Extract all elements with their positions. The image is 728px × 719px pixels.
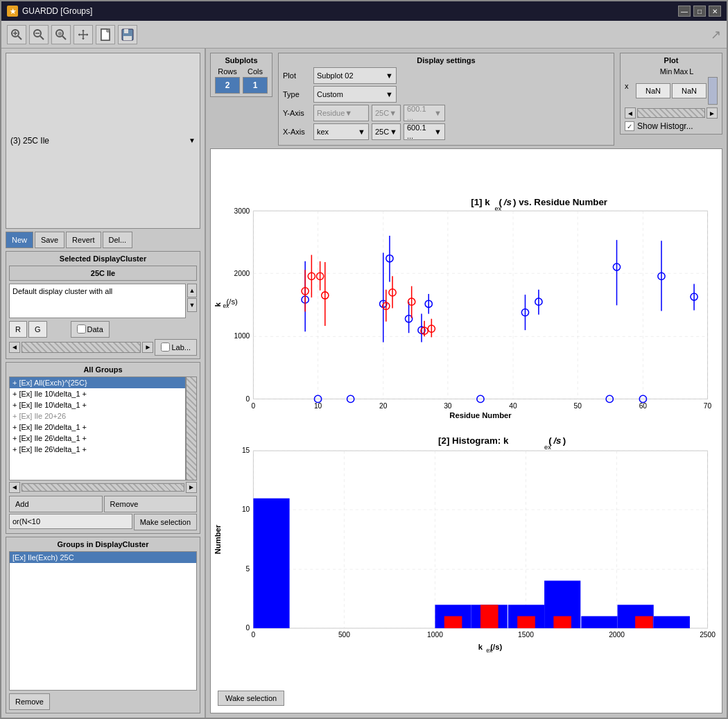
add-button[interactable]: Add [9,496,103,512]
svg-text:(: ( [499,197,503,207]
svg-text:0: 0 [246,624,250,632]
main-window: ★ GUARDD [Groups] — □ ✕ ⊕ ↗ [0,0,728,719]
lab-button[interactable]: Lab... [155,339,197,356]
plot-scroll-right-icon[interactable]: ► [707,107,718,119]
svg-text:10: 10 [314,402,322,410]
data-button[interactable]: Data [71,321,110,338]
groups-scrollbar[interactable] [186,376,197,480]
xaxis-value: kex [317,128,329,136]
zoom-in-icon[interactable] [7,25,26,44]
all-groups-item-6[interactable]: + [Ex] Ile 26\delta_1 + [10,444,185,455]
zoom-fit-icon[interactable]: ⊕ [51,25,71,44]
all-groups-item-1[interactable]: + [Ex] Ile 10\delta_1 + [10,388,185,399]
red-bar-2100 [635,616,653,628]
min-input[interactable] [636,83,670,98]
pan-icon[interactable] [73,25,93,44]
all-groups-item-3[interactable]: + [Ex] Ile 20+26 [10,410,185,422]
close-button[interactable]: ✕ [709,6,721,17]
all-groups-list[interactable]: + [Ex] All(Exch)^{25C}+ [Ex] Ile 10\delt… [9,376,186,480]
xaxis-sub2-dropdown[interactable]: 600.1 ...▼ [404,123,445,140]
xaxis-arrow-icon: ▼ [358,128,365,136]
l-slider[interactable] [708,77,718,105]
svg-text:0: 0 [252,402,256,410]
minimize-button[interactable]: — [678,6,691,17]
del-button[interactable]: Del... [103,232,133,248]
zoom-out-icon[interactable] [29,25,49,44]
xaxis-sub1-dropdown[interactable]: 25C▼ [372,123,401,140]
save-icon[interactable] [118,25,137,44]
xaxis-dropdown[interactable]: kex ▼ [313,123,369,140]
groups-scroll-right-icon[interactable]: ► [186,482,197,493]
svg-text:2000: 2000 [609,631,625,639]
new-doc-icon[interactable] [96,25,115,44]
revert-button[interactable]: Revert [66,232,101,248]
all-groups-item-0[interactable]: + [Ex] All(Exch)^{25C} [10,377,185,388]
scroll-down-icon[interactable]: ▼ [187,298,197,312]
yaxis-sub2-dropdown: 600.1 ...▼ [404,105,445,121]
svg-text:Number: Number [214,524,222,554]
svg-text:1000: 1000 [234,332,250,340]
new-button[interactable]: New [6,232,33,248]
data-label: Data [87,325,103,333]
make-selection-button[interactable]: Make selection [134,514,197,530]
add-remove-row: Add Remove [9,496,197,512]
plot-scroll-left-icon[interactable]: ◄ [625,107,636,119]
cluster-remove-button[interactable]: Remove [9,693,50,710]
rows-input[interactable] [215,77,240,94]
groups-scroll-left-icon[interactable]: ◄ [9,482,20,493]
blue-bar-2200 [654,616,690,628]
min-col-label: Min [660,67,673,76]
subplot-arrow-icon: ▼ [385,71,393,80]
svg-text:5: 5 [246,565,250,573]
all-groups-item-2[interactable]: + [Ex] Ile 10\delta_1 + [10,399,185,410]
svg-text:): ) [563,435,566,446]
lab-checkbox[interactable] [161,343,170,352]
plot-settings-box: Plot x Min Max L [620,53,722,135]
type-row: Type Custom ▼ [283,86,609,103]
red-bar-1000 [444,616,462,628]
groups-h-scrollbar[interactable] [21,483,184,492]
cluster-groups-list[interactable]: [Ex] Ile(Exch) 25C [9,551,197,691]
cols-input[interactable] [243,77,268,94]
all-groups-item-4[interactable]: + [Ex] Ile 20\delta_1 + [10,422,185,433]
svg-text:50: 50 [574,402,582,410]
svg-text:(: ( [548,435,552,446]
subplots-box: Subplots Rows Cols [210,53,272,97]
type-value: Custom [317,90,343,98]
maximize-button[interactable]: □ [693,6,706,17]
cluster-dropdown[interactable]: (3) 25C Ile ▼ [6,53,200,229]
show-histogram-checkbox[interactable] [625,121,634,131]
scroll-right-icon[interactable]: ► [142,342,153,353]
scroll-left-icon[interactable]: ◄ [9,342,20,353]
svg-line-8 [62,36,66,40]
subplot-dropdown[interactable]: Subplot 02 ▼ [313,67,397,84]
svg-text:) vs. Residue Number: ) vs. Residue Number [513,197,607,207]
svg-text:20: 20 [379,402,388,410]
plots-svg: [1] k ex ( /s ) vs. Residue Number [211,149,722,713]
svg-text:70: 70 [704,402,712,410]
detach-icon[interactable]: ↗ [711,27,721,42]
subplots-title: Subplots [215,56,268,64]
r-button[interactable]: R [9,321,27,338]
yaxis-value: Residue [317,109,345,117]
lab-label: Lab... [171,343,191,352]
horizontal-scrollbar[interactable] [21,342,141,353]
save-button[interactable]: Save [35,232,64,248]
plot-h-scrollbar[interactable] [637,108,705,118]
dropdown-arrow-icon: ▼ [189,137,196,144]
svg-text:2000: 2000 [234,270,250,277]
data-checkbox[interactable] [77,324,86,333]
plot1: [1] k ex ( /s ) vs. Residue Number [214,197,711,419]
filter-input[interactable] [9,514,132,529]
main-content: (3) 25C Ile ▼ New Save Revert Del... Sel… [1,49,727,718]
all-groups-item-5[interactable]: + [Ex] Ile 26\delta_1 + [10,433,185,444]
red-bar-1600 [553,616,571,628]
type-dropdown[interactable]: Custom ▼ [313,86,397,103]
remove-button[interactable]: Remove [104,496,198,512]
max-input[interactable] [672,83,707,98]
show-histogram-label: Show Histogr... [637,121,693,131]
cluster-item-0[interactable]: [Ex] Ile(Exch) 25C [10,552,196,563]
scroll-up-icon[interactable]: ▲ [187,284,197,297]
wake-selection-button[interactable]: Wake selection [218,691,284,706]
g-button[interactable]: G [28,321,47,338]
